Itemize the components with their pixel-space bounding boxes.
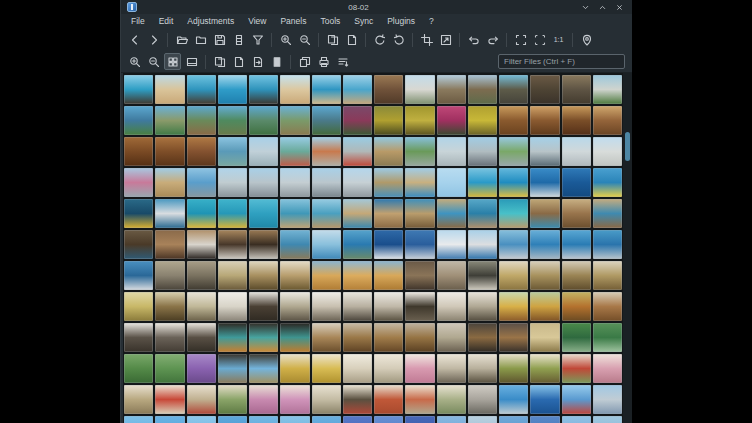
thumbnail-r5-c16[interactable] xyxy=(593,199,622,228)
thumbnail-r8-c11[interactable] xyxy=(437,292,466,321)
move-button[interactable] xyxy=(249,53,266,70)
filter-files-input[interactable] xyxy=(498,54,625,69)
nav-back-button[interactable] xyxy=(126,31,143,48)
thumbnail-r11-c12[interactable] xyxy=(468,385,497,414)
thumbnail-r3-c12[interactable] xyxy=(468,137,497,166)
thumbnail-r7-c11[interactable] xyxy=(437,261,466,290)
thumbnail-r1-c6[interactable] xyxy=(280,75,309,104)
thumbnail-r12-c13[interactable] xyxy=(499,416,528,423)
thumbnail-r4-c9[interactable] xyxy=(374,168,403,197)
thumbnail-r11-c6[interactable] xyxy=(280,385,309,414)
thumbnail-r10-c12[interactable] xyxy=(468,354,497,383)
thumbnail-r4-c15[interactable] xyxy=(562,168,591,197)
zoom-100-button[interactable]: 1:1 xyxy=(550,31,567,48)
thumbnail-r11-c14[interactable] xyxy=(530,385,559,414)
menu-item-help[interactable]: ? xyxy=(422,14,441,28)
thumbnail-r6-c5[interactable] xyxy=(249,230,278,259)
thumbnail-r1-c7[interactable] xyxy=(312,75,341,104)
redo-button[interactable] xyxy=(484,31,501,48)
thumbnail-r8-c2[interactable] xyxy=(155,292,184,321)
thumbnail-r6-c12[interactable] xyxy=(468,230,497,259)
thumbnail-r11-c5[interactable] xyxy=(249,385,278,414)
thumbnail-r2-c12[interactable] xyxy=(468,106,497,135)
thumbnail-r1-c14[interactable] xyxy=(530,75,559,104)
thumbnail-r7-c3[interactable] xyxy=(187,261,216,290)
thumbnail-r7-c5[interactable] xyxy=(249,261,278,290)
thumbnail-r3-c16[interactable] xyxy=(593,137,622,166)
thumbnail-r6-c15[interactable] xyxy=(562,230,591,259)
grid-view-button[interactable] xyxy=(164,53,181,70)
thumbnail-r1-c9[interactable] xyxy=(374,75,403,104)
menu-item-adjustments[interactable]: Adjustments xyxy=(180,14,241,28)
thumbnail-r5-c6[interactable] xyxy=(280,199,309,228)
frameless-button[interactable] xyxy=(531,31,548,48)
thumbnail-r11-c7[interactable] xyxy=(312,385,341,414)
batch-button[interactable] xyxy=(296,53,313,70)
thumbnail-r12-c8[interactable] xyxy=(343,416,372,423)
thumbnail-r11-c11[interactable] xyxy=(437,385,466,414)
thumbnail-r4-c11[interactable] xyxy=(437,168,466,197)
thumbnail-r3-c5[interactable] xyxy=(249,137,278,166)
thumbnail-r3-c10[interactable] xyxy=(405,137,434,166)
thumbnail-r8-c8[interactable] xyxy=(343,292,372,321)
thumbnail-r8-c13[interactable] xyxy=(499,292,528,321)
thumbnail-r5-c13[interactable] xyxy=(499,199,528,228)
thumbnail-r5-c3[interactable] xyxy=(187,199,216,228)
thumbnail-r6-c3[interactable] xyxy=(187,230,216,259)
thumbnail-r7-c8[interactable] xyxy=(343,261,372,290)
thumbnail-r8-c12[interactable] xyxy=(468,292,497,321)
crop-button[interactable] xyxy=(418,31,435,48)
thumbnail-r8-c15[interactable] xyxy=(562,292,591,321)
thumbnail-r7-c9[interactable] xyxy=(374,261,403,290)
menu-item-view[interactable]: View xyxy=(241,14,273,28)
thumbnail-r7-c16[interactable] xyxy=(593,261,622,290)
maximize-button[interactable] xyxy=(597,2,608,13)
thumbnail-r11-c13[interactable] xyxy=(499,385,528,414)
thumbnail-r10-c6[interactable] xyxy=(280,354,309,383)
thumbnail-r4-c4[interactable] xyxy=(218,168,247,197)
thumbnail-r10-c5[interactable] xyxy=(249,354,278,383)
thumbnail-r7-c13[interactable] xyxy=(499,261,528,290)
thumbnail-r8-c16[interactable] xyxy=(593,292,622,321)
zoom-out-button[interactable] xyxy=(145,53,162,70)
copy-button[interactable] xyxy=(211,53,228,70)
thumbnail-r9-c9[interactable] xyxy=(374,323,403,352)
thumbnail-r7-c2[interactable] xyxy=(155,261,184,290)
thumbnail-r2-c15[interactable] xyxy=(562,106,591,135)
thumbnail-r10-c10[interactable] xyxy=(405,354,434,383)
thumbnail-r2-c13[interactable] xyxy=(499,106,528,135)
thumbnail-r11-c8[interactable] xyxy=(343,385,372,414)
thumbnail-r8-c1[interactable] xyxy=(124,292,153,321)
undo-button[interactable] xyxy=(465,31,482,48)
archive-button[interactable] xyxy=(268,53,285,70)
thumbnail-r1-c10[interactable] xyxy=(405,75,434,104)
rotate-cw-button[interactable] xyxy=(390,31,407,48)
menu-item-plugins[interactable]: Plugins xyxy=(380,14,422,28)
thumbnail-r5-c12[interactable] xyxy=(468,199,497,228)
thumbnail-r8-c6[interactable] xyxy=(280,292,309,321)
thumbnail-r3-c1[interactable] xyxy=(124,137,153,166)
thumbnail-r9-c15[interactable] xyxy=(562,323,591,352)
thumbnail-r10-c3[interactable] xyxy=(187,354,216,383)
thumbnail-r1-c12[interactable] xyxy=(468,75,497,104)
thumbnail-r5-c2[interactable] xyxy=(155,199,184,228)
folder-new-button[interactable] xyxy=(192,31,209,48)
location-button[interactable] xyxy=(578,31,595,48)
thumbnail-r12-c3[interactable] xyxy=(187,416,216,423)
thumbnail-r9-c12[interactable] xyxy=(468,323,497,352)
thumbnail-r2-c1[interactable] xyxy=(124,106,153,135)
thumbnail-r8-c10[interactable] xyxy=(405,292,434,321)
thumbnail-r8-c5[interactable] xyxy=(249,292,278,321)
thumbnail-r7-c12[interactable] xyxy=(468,261,497,290)
thumbnail-r10-c4[interactable] xyxy=(218,354,247,383)
thumbnail-r4-c2[interactable] xyxy=(155,168,184,197)
thumbnail-r3-c2[interactable] xyxy=(155,137,184,166)
zoom-in-button[interactable] xyxy=(126,53,143,70)
thumbnail-r3-c14[interactable] xyxy=(530,137,559,166)
thumbnail-r12-c12[interactable] xyxy=(468,416,497,423)
scrollbar[interactable] xyxy=(623,73,632,423)
rotate-ccw-button[interactable] xyxy=(371,31,388,48)
thumbnail-r6-c4[interactable] xyxy=(218,230,247,259)
thumbnail-r5-c15[interactable] xyxy=(562,199,591,228)
thumbnail-r6-c2[interactable] xyxy=(155,230,184,259)
